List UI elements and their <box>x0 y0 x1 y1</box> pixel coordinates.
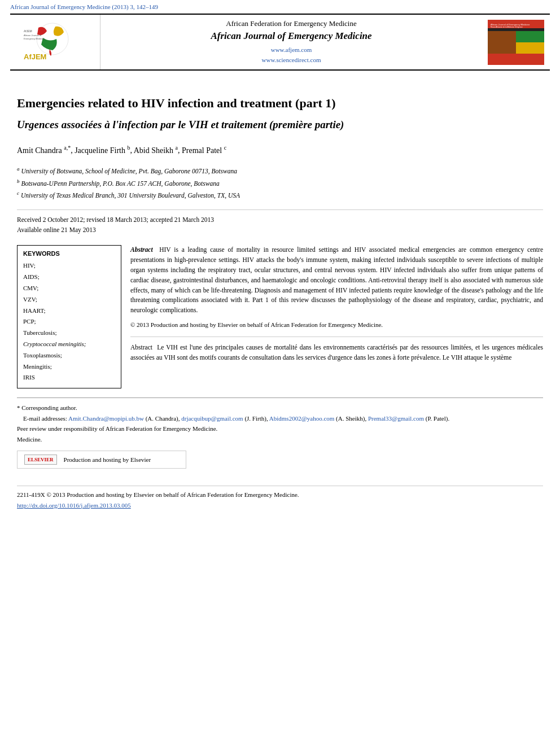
link1: www.afjem.com <box>271 46 312 53</box>
email-firth: drjacquibup@gmail.com <box>181 415 243 422</box>
keywords-box: KEYWORDS HIV; AIDS; CMV; VZV; HAART; PCP… <box>17 245 121 388</box>
elsevier-text: Production and hosting by Elsevier <box>64 456 151 463</box>
email-addresses: E-mail addresses: Amit.Chandra@mopipi.ub… <box>17 413 543 424</box>
citation-text: African Journal of Emergency Medicine (2… <box>10 3 158 10</box>
journal-title: African Journal of Emergency Medicine <box>211 30 371 42</box>
footnote-section: * Corresponding author. E-mail addresses… <box>17 397 543 445</box>
email-patel: Premal33@gmail.com <box>368 415 424 422</box>
peer-review-medicine: Medicine. <box>17 434 543 445</box>
email-label: E-mail addresses: <box>23 415 67 422</box>
abstract-text-fr: Le VIH est l'une des principales causes … <box>130 344 543 361</box>
peer-review-note: Peer review under responsibility of Afri… <box>17 423 543 434</box>
abstract-column: Abstract HIV is a leading cause of morta… <box>130 245 543 388</box>
email-chandra: Amit.Chandra@mopipi.ub.bw <box>68 415 144 422</box>
email-sheikh: Abidms2002@yahoo.com <box>269 415 335 422</box>
svg-rect-9 <box>516 31 544 42</box>
affiliation-b: b Botswana-UPenn Partnership, P.O. Box A… <box>17 177 543 189</box>
afjem-logo: AfJEM AfJEM African Journal of Emergency… <box>21 21 89 63</box>
svg-text:Revue Africaine de la Médecine: Revue Africaine de la Médecine d'Urgence <box>491 26 523 28</box>
kw-10: IRIS <box>23 374 35 381</box>
journal-cover-image: African Journal of Emergency Medicine Re… <box>488 20 544 65</box>
bottom-bar: 2211-419X © 2013 Production and hosting … <box>17 486 543 510</box>
abstract-label-en: Abstract <box>130 246 153 253</box>
svg-rect-7 <box>488 28 544 31</box>
svg-rect-8 <box>488 31 516 54</box>
abstract-english: Abstract HIV is a leading cause of morta… <box>130 245 543 330</box>
keywords-abstract-section: KEYWORDS HIV; AIDS; CMV; VZV; HAART; PCP… <box>17 245 543 388</box>
svg-text:AfJEM: AfJEM <box>24 29 32 33</box>
kw-7: Cryptococcal meningitis; <box>23 340 86 347</box>
issn-line: 2211-419X © 2013 Production and hosting … <box>17 490 543 500</box>
journal-links: www.afjem.com www.sciencedirect.com <box>262 45 321 65</box>
doi-line: http://dx.doi.org/10.1016/j.afjem.2013.0… <box>17 500 543 511</box>
article-title: Emergencies related to HIV infection and… <box>17 95 543 112</box>
received-date: Received 2 October 2012; revised 18 Marc… <box>17 216 214 223</box>
affiliation-c: c University of Texas Medical Branch, 30… <box>17 189 543 201</box>
elsevier-band: ELSEVIER Production and hosting by Elsev… <box>17 451 186 469</box>
journal-header: AfJEM AfJEM African Journal of Emergency… <box>10 14 550 71</box>
available-date: Available online 21 May 2013 <box>17 226 96 233</box>
svg-text:AfJEM: AfJEM <box>24 53 46 61</box>
kw-2: CMV; <box>23 285 38 291</box>
kw-1: AIDS; <box>23 273 40 280</box>
kw-9: Meningitis; <box>23 363 52 370</box>
journal-org: African Federation for Emergency Medicin… <box>226 19 357 28</box>
kw-4: HAART; <box>23 307 46 314</box>
corresponding-note: * Corresponding author. <box>17 403 543 413</box>
link2: www.sciencedirect.com <box>262 56 321 63</box>
affiliations: a University of Botswana, School of Medi… <box>17 165 543 201</box>
kw-0: HIV; <box>23 262 36 269</box>
kw-6: Tuberculosis; <box>23 329 57 336</box>
journal-logo-area: AfJEM AfJEM African Journal of Emergency… <box>10 15 100 69</box>
journal-cover-area: African Journal of Emergency Medicine Re… <box>482 15 550 69</box>
authors-line: Amit Chandra a,*, Jacqueline Firth b, Ab… <box>17 143 543 157</box>
svg-text:Emergency Medicine: Emergency Medicine <box>24 37 45 40</box>
kw-5: PCP; <box>23 318 36 325</box>
citation-bar: African Journal of Emergency Medicine (2… <box>0 0 560 14</box>
keywords-title: KEYWORDS <box>23 250 115 257</box>
svg-rect-11 <box>488 54 544 65</box>
elsevier-logo: ELSEVIER <box>24 455 57 465</box>
article-subtitle: Urgences associées à l'infection par le … <box>17 117 543 133</box>
affiliation-a: a University of Botswana, School of Medi… <box>17 165 543 177</box>
svg-rect-10 <box>516 42 544 54</box>
abstract-french: Abstract Le VIH est l'une des principale… <box>130 337 543 363</box>
dates-section: Received 2 October 2012; revised 18 Marc… <box>17 209 543 235</box>
svg-text:African Journal of: African Journal of <box>24 34 42 37</box>
abstract-text-en: HIV is a leading cause of mortality in r… <box>130 246 543 313</box>
abstract-copyright: © 2013 Production and hosting by Elsevie… <box>130 320 543 330</box>
keywords-list: HIV; AIDS; CMV; VZV; HAART; PCP; Tubercu… <box>23 260 115 383</box>
kw-3: VZV; <box>23 296 37 303</box>
content-area: Emergencies related to HIV infection and… <box>0 71 560 480</box>
kw-8: Toxoplasmosis; <box>23 352 62 359</box>
header-center: African Federation for Emergency Medicin… <box>100 15 482 69</box>
abstract-label-fr: Abstract <box>130 344 152 351</box>
doi-link[interactable]: http://dx.doi.org/10.1016/j.afjem.2013.0… <box>17 502 131 509</box>
